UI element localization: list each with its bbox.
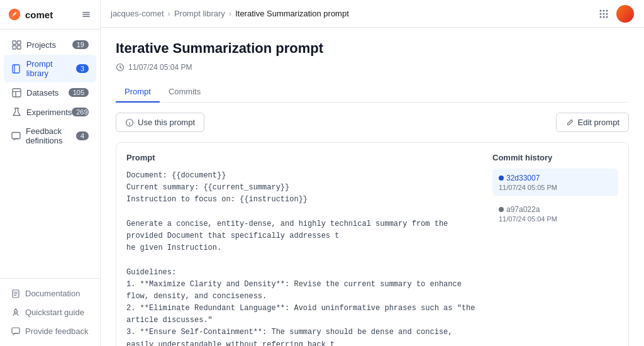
rocket-icon (11, 308, 20, 317)
sidebar-item-experiments[interactable]: Experiments 269 (4, 103, 96, 121)
svg-point-25 (606, 13, 608, 14)
sidebar-documentation-link[interactable]: Documentation (4, 284, 96, 303)
tabs-bar: Prompt Commits (116, 82, 629, 103)
breadcrumb-sep-1: › (168, 9, 170, 18)
breadcrumb-current: Iterative Summarization prompt (235, 9, 349, 18)
tab-commits[interactable]: Commits (160, 82, 209, 103)
book-icon (11, 64, 21, 74)
svg-rect-5 (13, 45, 16, 49)
svg-rect-1 (82, 14, 90, 15)
action-bar: i Use this prompt Edit prompt (116, 113, 629, 132)
prompt-section-title: Prompt (126, 153, 482, 162)
svg-rect-3 (13, 41, 16, 45)
svg-rect-19 (12, 328, 19, 333)
commit-hash-0: 32d33007 (499, 174, 612, 182)
commit-date-0: 11/07/24 05:05 PM (499, 184, 612, 191)
breadcrumb-part-1[interactable]: jacques-comet (111, 9, 164, 18)
sidebar-projects-badge: 19 (72, 40, 89, 49)
page-title: Iterative Summarization prompt (116, 40, 629, 57)
commit-item-1[interactable]: a97a022a 11/07/24 05:04 PM (492, 200, 618, 228)
svg-rect-13 (12, 132, 20, 138)
topbar: jacques-comet › Prompt library › Iterati… (101, 0, 644, 28)
use-this-prompt-button[interactable]: i Use this prompt (116, 113, 204, 132)
sidebar-navigation: Projects 19 Prompt library 3 (0, 30, 100, 278)
svg-rect-4 (17, 41, 21, 45)
svg-rect-9 (13, 89, 21, 97)
provide-feedback-label: Provide feedback (25, 326, 88, 336)
prompt-content: Document: {{document}} Current summary: … (126, 170, 482, 346)
sidebar-prompt-library-label: Prompt library (26, 59, 76, 78)
page-timestamp: 11/07/24 05:04 PM (116, 63, 629, 72)
sidebar-datasets-label: Datasets (26, 88, 58, 98)
clock-icon (116, 63, 125, 72)
sidebar-item-feedback-definitions[interactable]: Feedback definitions 4 (4, 122, 96, 150)
sidebar: comet Projects (0, 0, 101, 346)
logo-text: comet (25, 9, 53, 20)
sidebar-projects-label: Projects (26, 40, 56, 50)
edit-icon (565, 118, 574, 127)
sidebar-provide-feedback-link[interactable]: Provide feedback (4, 322, 96, 340)
prompt-card: Prompt Document: {{document}} Current su… (116, 142, 629, 346)
sidebar-prompt-library-badge: 3 (76, 64, 89, 73)
main-content: jacques-comet › Prompt library › Iterati… (101, 0, 644, 346)
message-icon (11, 131, 21, 141)
commit-history-title: Commit history (492, 153, 618, 162)
svg-point-20 (600, 9, 602, 11)
grid-icon (11, 40, 21, 50)
svg-point-22 (606, 9, 608, 11)
sidebar-toggle-button[interactable] (80, 8, 92, 21)
sidebar-item-datasets[interactable]: Datasets 105 (4, 83, 96, 102)
sidebar-experiments-label: Experiments (26, 108, 72, 117)
edit-prompt-button[interactable]: Edit prompt (556, 113, 629, 132)
svg-rect-7 (13, 65, 19, 73)
quickstart-label: Quickstart guide (25, 308, 84, 317)
apps-grid-icon[interactable] (597, 8, 610, 20)
flask-icon (11, 107, 21, 117)
svg-rect-0 (82, 12, 90, 13)
info-circle-icon: i (125, 118, 134, 127)
svg-point-18 (15, 311, 16, 313)
sidebar-item-prompt-library[interactable]: Prompt library 3 (4, 55, 96, 82)
sidebar-quickstart-link[interactable]: Quickstart guide (4, 303, 96, 321)
svg-point-28 (606, 16, 608, 18)
sidebar-datasets-badge: 105 (69, 88, 89, 97)
page-body: Iterative Summarization prompt 11/07/24 … (101, 28, 644, 346)
timestamp-text: 11/07/24 05:04 PM (128, 63, 192, 72)
table-icon (11, 87, 21, 98)
breadcrumb-sep-2: › (229, 9, 231, 18)
doc-icon (11, 289, 20, 298)
sidebar-logo: comet (0, 0, 100, 30)
topbar-right (597, 5, 634, 23)
breadcrumb-part-2[interactable]: Prompt library (174, 9, 225, 18)
sidebar-experiments-badge: 269 (72, 108, 89, 116)
edit-prompt-label: Edit prompt (578, 118, 619, 127)
svg-point-23 (600, 13, 602, 14)
commit-history-panel: Commit history 32d33007 11/07/24 05:05 P… (492, 153, 618, 346)
documentation-label: Documentation (25, 289, 80, 298)
sidebar-feedback-badge: 4 (76, 131, 89, 140)
svg-point-27 (603, 16, 605, 18)
svg-point-21 (603, 9, 605, 11)
chat-icon (11, 327, 20, 336)
logo: comet (8, 8, 53, 21)
prompt-main-section: Prompt Document: {{document}} Current su… (126, 153, 482, 346)
svg-point-24 (603, 13, 605, 14)
user-avatar[interactable] (616, 5, 634, 23)
svg-rect-2 (82, 16, 90, 18)
breadcrumb: jacques-comet › Prompt library › Iterati… (111, 9, 349, 18)
commit-dot-0 (499, 176, 504, 181)
commit-dot-1 (499, 207, 504, 212)
commit-item-0[interactable]: 32d33007 11/07/24 05:05 PM (492, 169, 618, 196)
tab-prompt[interactable]: Prompt (116, 82, 160, 103)
commit-date-1: 11/07/24 05:04 PM (499, 215, 612, 223)
sidebar-footer: Documentation Quickstart guide Provide f… (0, 278, 100, 346)
svg-rect-6 (17, 45, 21, 49)
sidebar-feedback-label: Feedback definitions (26, 126, 76, 145)
svg-text:i: i (129, 120, 130, 126)
comet-logo-icon (8, 8, 21, 21)
commit-hash-1: a97a022a (499, 205, 612, 214)
use-prompt-label: Use this prompt (138, 118, 195, 127)
svg-point-26 (600, 16, 602, 18)
sidebar-item-projects[interactable]: Projects 19 (4, 35, 96, 54)
